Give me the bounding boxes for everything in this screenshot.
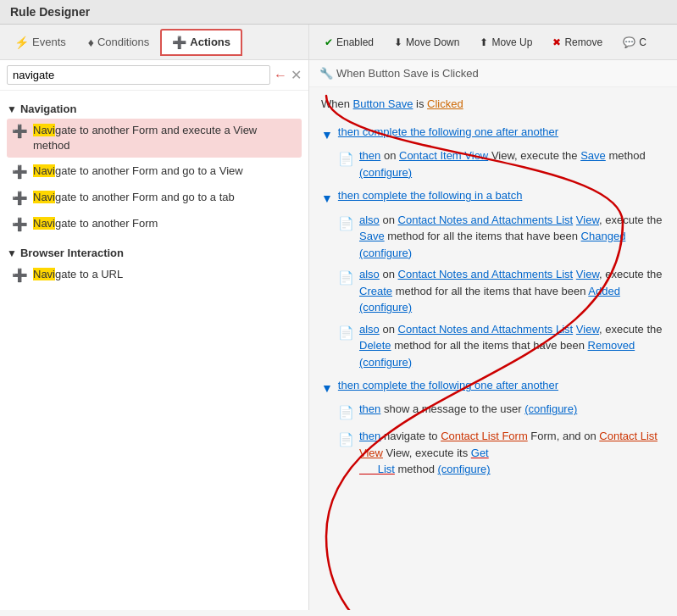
block-item-icon: 📄	[338, 149, 354, 169]
block-item-icon: 📄	[338, 214, 354, 234]
remove-button[interactable]: ✖ Remove	[546, 33, 609, 52]
clear-search-button[interactable]: ✕	[291, 67, 302, 83]
view-link-2[interactable]: View	[576, 268, 599, 280]
configure-link-6[interactable]: (configure)	[438, 463, 491, 475]
tabs-bar: ⚡ Events ♦ Conditions ➕ Actions	[0, 25, 308, 60]
nav-item-icon: ➕	[12, 217, 28, 232]
move-up-button[interactable]: ⬆ Move Up	[473, 33, 539, 52]
block-1-item-1: 📄 then on Contact Item View View, execut…	[338, 147, 665, 180]
delete-method-link[interactable]: Delete	[359, 339, 391, 352]
search-input[interactable]	[7, 65, 270, 85]
tab-conditions-label: Conditions	[97, 36, 149, 48]
block-1: ▼ then complete the following one after …	[321, 124, 665, 180]
nav-item-text: Navigate to another Form	[33, 216, 297, 231]
also-link-3[interactable]: also	[359, 323, 380, 336]
block-3-toggle-icon[interactable]: ▼	[321, 379, 333, 397]
nav-item-text: Navigate to a URL	[33, 267, 297, 282]
also-link-2[interactable]: also	[359, 268, 380, 280]
block-2-header: ▼ then complete the following in a batch	[321, 187, 665, 208]
block-3: ▼ then complete the following one after …	[321, 377, 665, 478]
app-header: Rule Designer	[0, 0, 677, 25]
block-item-icon: 📄	[338, 323, 354, 343]
list-item[interactable]: ➕ Navigate to another Form and go to a t…	[7, 186, 302, 210]
tab-actions[interactable]: ➕ Actions	[160, 29, 242, 56]
remove-icon: ✖	[552, 36, 561, 48]
list-item[interactable]: ➕ Navigate to another Form	[7, 212, 302, 236]
create-method-link[interactable]: Create	[359, 285, 392, 297]
then-link[interactable]: then	[359, 149, 380, 162]
save-method-link[interactable]: Save	[580, 149, 606, 162]
nav-item-icon: ➕	[12, 124, 28, 139]
view-link[interactable]: View	[576, 214, 599, 226]
block-3-item-2: 📄 then navigate to Contact List Form For…	[338, 428, 665, 478]
contact-notes-view-link[interactable]: Contact Notes and Attachments List	[398, 214, 574, 226]
toolbar: ✔ Enabled ⬇ Move Down ⬆ Move Up ✖ Remove…	[309, 25, 677, 60]
left-panel: ⚡ Events ♦ Conditions ➕ Actions ← ✕ ▼ Na…	[0, 25, 309, 610]
save-method-link-2[interactable]: Save	[359, 230, 385, 242]
enabled-button[interactable]: ✔ Enabled	[318, 33, 380, 52]
list-item[interactable]: ➕ Navigate to another Form and go to a V…	[7, 159, 302, 184]
browser-toggle-icon[interactable]: ▼	[7, 247, 17, 259]
rule-trigger: When Button Save is Clicked	[321, 96, 665, 114]
then-link-3[interactable]: then	[359, 430, 380, 442]
search-bar: ← ✕	[0, 60, 308, 91]
tab-actions-label: Actions	[190, 36, 230, 48]
view-link-3[interactable]: View	[576, 323, 599, 336]
nav-item-icon: ➕	[12, 268, 28, 283]
right-panel: ✔ Enabled ⬇ Move Down ⬆ Move Up ✖ Remove…	[309, 25, 677, 610]
block-item-icon: 📄	[338, 430, 354, 450]
also-link[interactable]: also	[359, 214, 380, 226]
configure-link[interactable]: (configure)	[359, 166, 412, 179]
move-down-label: Move Down	[406, 36, 459, 48]
block-item-text: then on Contact Item View View, execute …	[359, 147, 665, 180]
block-item-icon: 📄	[338, 268, 354, 288]
block-item-text: also on Contact Notes and Attachments Li…	[359, 321, 665, 371]
navigation-section-title: Navigation	[20, 103, 76, 115]
tab-events[interactable]: ⚡ Events	[3, 30, 77, 55]
block-2-title: then complete the following in a batch	[338, 187, 523, 205]
rule-header-strip: 🔧 When Button Save is Clicked	[309, 60, 677, 87]
actions-icon: ➕	[172, 36, 186, 49]
move-down-icon: ⬇	[394, 36, 402, 48]
block-2-item-3: 📄 also on Contact Notes and Attachments …	[338, 321, 665, 371]
browser-section-title: Browser Interaction	[20, 247, 124, 259]
contact-list-form-link[interactable]: Contact List Form	[441, 430, 528, 442]
trigger-clicked-link[interactable]: Clicked	[427, 97, 463, 110]
comment-icon: 💬	[623, 36, 635, 48]
move-down-button[interactable]: ⬇ Move Down	[387, 33, 466, 52]
trigger-is: is	[416, 97, 424, 110]
trigger-when: When	[321, 97, 350, 110]
block-item-text: also on Contact Notes and Attachments Li…	[359, 212, 665, 262]
comment-label: C	[639, 36, 646, 48]
tab-conditions[interactable]: ♦ Conditions	[77, 30, 161, 55]
block-1-toggle-icon[interactable]: ▼	[321, 125, 333, 144]
block-2-toggle-icon[interactable]: ▼	[321, 189, 333, 208]
list-item[interactable]: ➕ Navigate to another Form and execute a…	[7, 119, 302, 158]
configure-link-5[interactable]: (configure)	[524, 402, 577, 415]
comment-button[interactable]: 💬 C	[616, 33, 653, 52]
configure-link-2[interactable]: (configure)	[359, 247, 412, 259]
contact-notes-view-link-2[interactable]: Contact Notes and Attachments List	[398, 268, 574, 280]
remove-label: Remove	[564, 36, 602, 48]
configure-link-4[interactable]: (configure)	[359, 356, 412, 369]
configure-link-3[interactable]: (configure)	[359, 301, 412, 314]
app-title: Rule Designer	[10, 5, 90, 19]
tab-events-label: Events	[32, 36, 66, 48]
added-link[interactable]: Added	[588, 285, 620, 297]
list-item[interactable]: ➕ Navigate to a URL	[7, 263, 302, 287]
contact-notes-view-link-3[interactable]: Contact Notes and Attachments List	[398, 323, 574, 336]
events-icon: ⚡	[14, 36, 29, 49]
navigation-toggle-icon[interactable]: ▼	[7, 103, 17, 115]
navigation-section-header: ▼ Navigation	[7, 103, 302, 115]
block-2-item-1: 📄 also on Contact Notes and Attachments …	[338, 212, 665, 262]
then-link-2[interactable]: then	[359, 402, 380, 415]
nav-item-icon: ➕	[12, 191, 28, 206]
changed-link[interactable]: Changed	[581, 230, 626, 242]
browser-section-header: ▼ Browser Interaction	[7, 247, 302, 259]
contact-item-view-link[interactable]: Contact Item View	[399, 149, 488, 162]
nav-item-text: Navigate to another Form and go to a Vie…	[33, 164, 297, 179]
move-up-icon: ⬆	[480, 36, 488, 48]
trigger-button-link[interactable]: Button Save	[353, 97, 413, 110]
removed-link[interactable]: Removed	[588, 339, 635, 352]
enabled-label: Enabled	[336, 36, 374, 48]
